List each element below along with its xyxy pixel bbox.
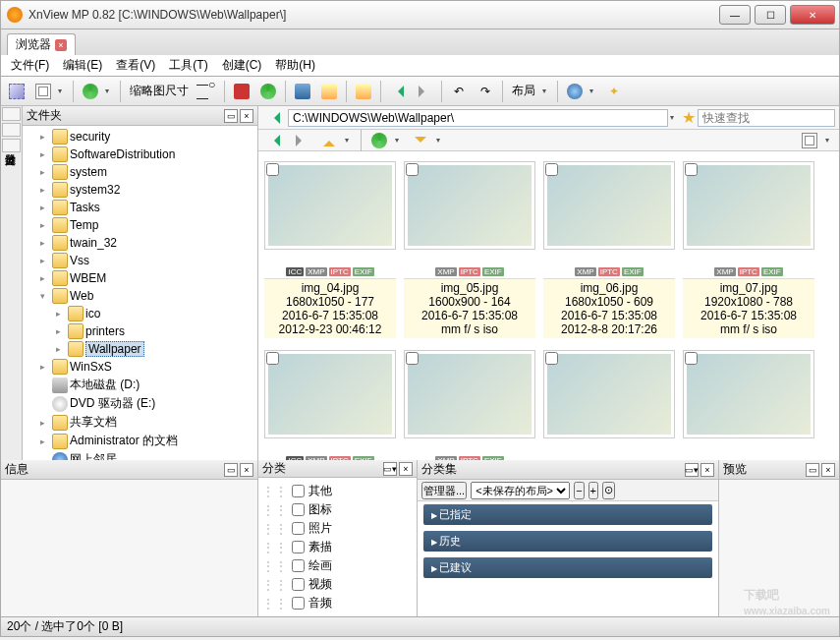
thumbnail-item[interactable] [543, 350, 675, 460]
dropdown-icon[interactable]: ▾ [58, 87, 68, 95]
dropdown-icon[interactable]: ▾ [825, 136, 835, 145]
panel-close-button[interactable]: × [399, 462, 413, 476]
tree-item[interactable]: twain_32 [40, 234, 255, 252]
panel-close-button[interactable]: × [700, 463, 714, 477]
panel-close-button[interactable]: × [240, 463, 253, 477]
category-item[interactable]: ⋮⋮其他 [262, 482, 413, 500]
tree-item[interactable]: SoftwareDistribution [40, 145, 255, 163]
tree-item[interactable]: Vss [40, 252, 255, 269]
dropdown-icon[interactable]: ▾ [105, 87, 115, 95]
acc-assigned[interactable]: 已指定 [423, 504, 712, 525]
thumbnail-item[interactable]: XMPIPTCEXIF [404, 350, 535, 460]
nav-rotate-left[interactable]: ↶ [447, 80, 471, 103]
thumbnail-checkbox[interactable] [406, 163, 419, 176]
menu-view[interactable]: 查看(V) [110, 55, 161, 76]
thumbnail-item[interactable]: ICCXMPIPTCEXIF [264, 350, 396, 460]
tree-item[interactable]: printers [56, 322, 255, 340]
tool-stop[interactable] [230, 80, 253, 103]
tool-grid[interactable] [31, 80, 55, 103]
panel-undock-button[interactable]: ▭ [806, 463, 819, 477]
acc-suggested[interactable]: 已建议 [423, 557, 712, 578]
layout-select[interactable]: <未保存的布局> [471, 482, 570, 499]
tree-item[interactable]: WinSxS [40, 358, 255, 376]
br-filter[interactable] [409, 129, 432, 152]
nav-forward[interactable] [413, 80, 436, 103]
br-sort[interactable] [367, 129, 391, 152]
thumbnail-checkbox[interactable] [545, 352, 558, 365]
dropdown-icon[interactable]: ▾ [345, 136, 355, 145]
category-checkbox[interactable] [292, 597, 305, 610]
menu-create[interactable]: 创建(C) [216, 55, 268, 76]
folder-tree[interactable]: securitySoftwareDistributionsystemsystem… [23, 126, 257, 460]
thumbnail-item[interactable]: XMPIPTCEXIFimg_07.jpg1920x1080 - 7882016… [683, 161, 814, 338]
manager-button[interactable]: 管理器... [421, 482, 467, 499]
tree-item[interactable]: system [40, 163, 255, 181]
thumbnail-item[interactable] [683, 350, 814, 460]
panel-undock-button[interactable]: ▭ [224, 109, 238, 123]
menu-file[interactable]: 文件(F) [5, 55, 55, 76]
panel-undock-button[interactable]: ▭ [224, 463, 238, 477]
acc-history[interactable]: 历史 [423, 531, 712, 552]
apply-button[interactable]: ⊙ [602, 482, 615, 499]
dropdown-icon[interactable]: ▾ [589, 87, 599, 95]
thumbnail-checkbox[interactable] [406, 352, 419, 365]
thumbnail-area[interactable]: ICCXMPIPTCEXIFimg_04.jpg1680x1050 - 1772… [258, 151, 839, 460]
br-up[interactable] [317, 129, 341, 152]
menu-help[interactable]: 帮助(H) [269, 55, 321, 76]
tree-item[interactable]: WBEM [40, 269, 255, 287]
thumbnail-checkbox[interactable] [266, 352, 279, 365]
tool-select[interactable] [5, 80, 28, 103]
category-item[interactable]: ⋮⋮图标 [262, 500, 413, 519]
tool-capture[interactable] [291, 80, 314, 103]
dropdown-icon[interactable]: ▾ [542, 87, 552, 95]
tree-item[interactable]: 共享文档 [40, 413, 255, 432]
thumbnail-checkbox[interactable] [266, 163, 279, 176]
add-button[interactable]: + [588, 482, 598, 499]
panel-menu-button[interactable]: ▭▾ [685, 463, 699, 477]
tool-slider[interactable]: —○— [196, 80, 219, 103]
tree-item[interactable]: ico [56, 305, 255, 322]
tool-edit-image[interactable] [317, 80, 341, 103]
category-item[interactable]: ⋮⋮绘画 [262, 556, 413, 575]
thumbnail-item[interactable]: XMPIPTCEXIFimg_06.jpg1680x1050 - 6092016… [543, 161, 675, 338]
category-checkbox[interactable] [292, 485, 305, 497]
category-checkbox[interactable] [292, 522, 305, 535]
thumbnail-item[interactable]: XMPIPTCEXIFimg_05.jpg1600x900 - 1642016-… [404, 161, 535, 338]
minimize-button[interactable]: — [719, 5, 751, 25]
tab-browser[interactable]: 浏览器 × [7, 33, 76, 55]
tool-play[interactable] [256, 80, 280, 103]
tree-item[interactable]: security [40, 128, 255, 145]
tool-settings[interactable] [563, 80, 587, 103]
dropdown-icon[interactable]: ▾ [436, 136, 446, 145]
panel-close-button[interactable]: × [240, 109, 253, 123]
category-item[interactable]: ⋮⋮照片 [262, 519, 413, 538]
quick-search-input[interactable] [698, 109, 835, 127]
category-checkbox[interactable] [292, 503, 305, 516]
tree-item[interactable]: Wallpaper [56, 340, 255, 358]
path-back[interactable] [262, 106, 286, 130]
sidetab-folders[interactable]: 文件夹 [2, 107, 21, 121]
path-input[interactable] [288, 109, 668, 127]
menu-edit[interactable]: 编辑(E) [57, 55, 108, 76]
tab-close-icon[interactable]: × [55, 39, 67, 51]
close-button[interactable]: ✕ [790, 5, 835, 25]
tree-item[interactable]: DVD 驱动器 (E:) [40, 394, 255, 413]
panel-close-button[interactable]: × [821, 463, 835, 477]
dropdown-icon[interactable]: ▾ [395, 136, 405, 145]
thumbnail-checkbox[interactable] [685, 163, 698, 176]
thumbnail-checkbox[interactable] [685, 352, 698, 365]
path-history-dropdown[interactable]: ▾ [670, 113, 680, 122]
panel-menu-button[interactable]: ▭▾ [383, 462, 397, 476]
category-item[interactable]: ⋮⋮素描 [262, 538, 413, 556]
category-list[interactable]: ⋮⋮其他⋮⋮图标⋮⋮照片⋮⋮素描⋮⋮绘画⋮⋮视频⋮⋮音频 [258, 478, 417, 616]
category-item[interactable]: ⋮⋮视频 [262, 575, 413, 594]
nav-rotate-right[interactable]: ↷ [474, 80, 497, 103]
br-forward[interactable] [290, 129, 313, 152]
br-back[interactable] [262, 129, 286, 152]
thumbnail-item[interactable]: ICCXMPIPTCEXIFimg_04.jpg1680x1050 - 1772… [264, 161, 396, 338]
tool-convert[interactable] [352, 80, 375, 103]
category-checkbox[interactable] [292, 541, 305, 553]
tree-item[interactable]: 本地磁盘 (D:) [40, 376, 255, 394]
tree-item[interactable]: system32 [40, 181, 255, 199]
sidetab-category-filter[interactable]: 分类过滤器 [2, 139, 21, 152]
